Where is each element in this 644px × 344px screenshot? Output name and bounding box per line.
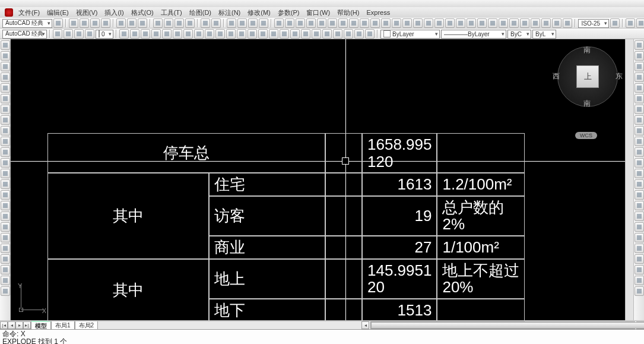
modify-tool-19-icon[interactable] <box>635 244 644 253</box>
prop-tool-0-icon[interactable] <box>119 29 129 39</box>
prop-tool-10-icon[interactable] <box>226 29 236 39</box>
prop-tool-6-icon[interactable] <box>183 29 193 39</box>
modify-tool-15-icon[interactable] <box>635 201 644 210</box>
prop-tool-3-icon[interactable] <box>151 29 161 39</box>
menu-help[interactable]: 帮助(H) <box>335 8 361 18</box>
draw-tool-11-icon[interactable] <box>1 158 10 168</box>
std-tool-5-icon[interactable] <box>328 18 337 28</box>
modify-tool-14-icon[interactable] <box>635 190 644 200</box>
modify-tool-4-icon[interactable] <box>635 83 644 93</box>
tab-model[interactable]: 模型 <box>31 321 51 329</box>
std-tool-3-icon[interactable] <box>306 18 316 28</box>
dim-tool-1-icon[interactable] <box>636 18 644 28</box>
prop-tool-21-icon[interactable] <box>344 29 353 39</box>
menu-insert[interactable]: 插入(I) <box>103 8 125 18</box>
prop-tool-20-icon[interactable] <box>333 29 342 39</box>
menu-edit[interactable]: 编辑(E) <box>45 8 71 18</box>
pan-icon[interactable] <box>227 18 236 28</box>
zoom-prev-icon[interactable] <box>259 18 268 28</box>
prop-tool-14-icon[interactable] <box>269 29 278 39</box>
draw-tool-18-icon[interactable] <box>1 233 10 242</box>
draw-tool-9-icon[interactable] <box>1 137 10 146</box>
std-tool-17-icon[interactable] <box>456 18 465 28</box>
viewcube[interactable]: 上 南 南 西 东 WCS <box>555 44 620 139</box>
tab-layout1[interactable]: 布局1 <box>51 321 75 329</box>
modify-tool-13-icon[interactable] <box>635 179 644 189</box>
modify-tool-22-icon[interactable] <box>635 276 644 285</box>
std-tool-21-icon[interactable] <box>499 18 508 28</box>
prop-tool-13-icon[interactable] <box>258 29 268 39</box>
draw-tool-19-icon[interactable] <box>1 244 10 253</box>
matchprop-icon[interactable] <box>185 18 195 28</box>
modify-tool-12-icon[interactable] <box>635 169 644 178</box>
drawing-canvas[interactable]: 停车总 1658.995120 其中 住宅 1613 1.2/100m² 访客 … <box>11 39 625 320</box>
draw-tool-0-icon[interactable] <box>1 40 10 50</box>
modify-tool-3-icon[interactable] <box>635 72 644 82</box>
dim-tool-0-icon[interactable] <box>626 18 635 28</box>
modify-tool-8-icon[interactable] <box>635 126 644 135</box>
std-tool-7-icon[interactable] <box>349 18 359 28</box>
draw-tool-20-icon[interactable] <box>1 254 10 264</box>
menu-modify[interactable]: 修改(M) <box>246 8 272 18</box>
plotstyle-combo[interactable]: ByL <box>532 30 556 39</box>
prop-tool-12-icon[interactable] <box>248 29 257 39</box>
modify-tool-0-icon[interactable] <box>635 40 644 50</box>
undo-icon[interactable] <box>201 18 210 28</box>
workspace-combo[interactable]: AutoCAD 经典 <box>2 19 52 28</box>
draw-tool-1-icon[interactable] <box>1 51 10 61</box>
modify-tool-6-icon[interactable] <box>635 105 644 114</box>
modify-tool-23-icon[interactable] <box>635 286 644 296</box>
std-tool-2-icon[interactable] <box>296 18 305 28</box>
tab-first-icon[interactable]: |◂ <box>0 321 8 329</box>
draw-tool-12-icon[interactable] <box>1 169 10 178</box>
prop-tool-11-icon[interactable] <box>237 29 246 39</box>
lineweight-combo[interactable]: ByC <box>507 30 531 39</box>
draw-tool-7-icon[interactable] <box>1 115 10 125</box>
tab-layout2[interactable]: 布局2 <box>75 321 99 329</box>
draw-tool-21-icon[interactable] <box>1 265 10 274</box>
layeriso-icon[interactable] <box>74 29 84 39</box>
draw-tool-13-icon[interactable] <box>1 179 10 189</box>
layerfreeze-icon[interactable] <box>85 29 94 39</box>
scrollbar-horizontal[interactable] <box>370 321 635 329</box>
zoom-win-icon[interactable] <box>248 18 258 28</box>
tab-last-icon[interactable]: ▸| <box>23 321 31 329</box>
draw-tool-22-icon[interactable] <box>1 276 10 285</box>
menu-view[interactable]: 视图(V) <box>74 8 100 18</box>
tab-next-icon[interactable]: ▸ <box>15 321 23 329</box>
menu-draw[interactable]: 绘图(D) <box>188 8 213 18</box>
scrollbar-vertical[interactable] <box>625 39 633 320</box>
layerstate-icon[interactable] <box>64 29 73 39</box>
color-combo[interactable]: ByLayer <box>380 30 440 39</box>
workspace-gear-icon[interactable] <box>53 18 63 28</box>
prop-tool-16-icon[interactable] <box>290 29 300 39</box>
scroll-left-icon[interactable]: ◂ <box>361 321 369 329</box>
menu-file[interactable]: 文件(F) <box>17 8 42 18</box>
draw-tool-4-icon[interactable] <box>1 83 10 93</box>
prop-tool-19-icon[interactable] <box>322 29 332 39</box>
std-tool-26-icon[interactable] <box>552 18 561 28</box>
std-tool-0-icon[interactable] <box>274 18 284 28</box>
std-tool-19-icon[interactable] <box>477 18 487 28</box>
std-tool-22-icon[interactable] <box>509 18 519 28</box>
std-tool-12-icon[interactable] <box>402 18 412 28</box>
modify-tool-20-icon[interactable] <box>635 254 644 264</box>
draw-tool-10-icon[interactable] <box>1 147 10 157</box>
std-tool-6-icon[interactable] <box>338 18 348 28</box>
menu-tools[interactable]: 工具(T) <box>159 8 184 18</box>
draw-tool-15-icon[interactable] <box>1 201 10 210</box>
prop-tool-17-icon[interactable] <box>301 29 310 39</box>
workspace2-combo[interactable]: AutoCAD 经典 <box>2 30 47 39</box>
std-tool-27-icon[interactable] <box>563 18 572 28</box>
modify-tool-5-icon[interactable] <box>635 94 644 103</box>
prop-tool-15-icon[interactable] <box>280 29 289 39</box>
saveas-icon[interactable] <box>101 18 110 28</box>
paste-icon[interactable] <box>175 18 184 28</box>
dimstyle-icon[interactable] <box>610 18 620 28</box>
modify-tool-11-icon[interactable] <box>635 158 644 168</box>
std-tool-23-icon[interactable] <box>520 18 529 28</box>
plot-icon[interactable] <box>116 18 126 28</box>
menu-window[interactable]: 窗口(W) <box>304 8 332 18</box>
tab-prev-icon[interactable]: ◂ <box>8 321 15 329</box>
draw-tool-23-icon[interactable] <box>1 286 10 296</box>
